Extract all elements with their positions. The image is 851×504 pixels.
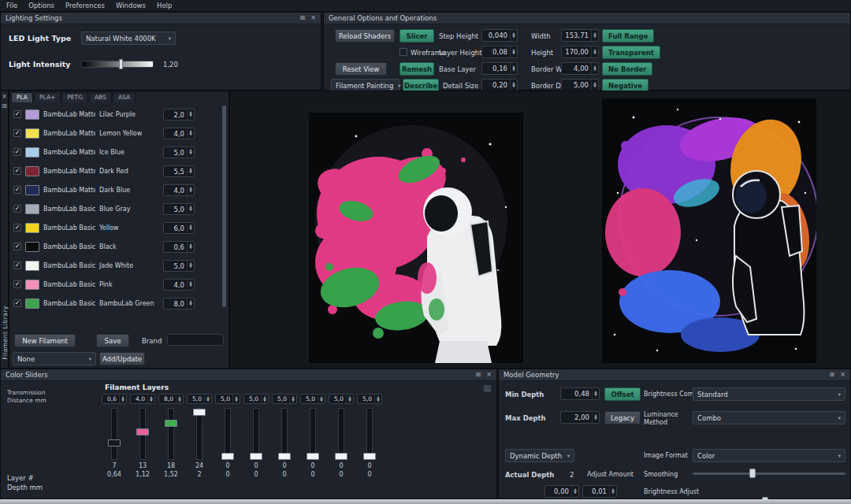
layer-td-input[interactable]: 5,0 ▲▼ [243,394,269,404]
spin-down-icon[interactable]: ▼ [235,399,237,402]
spinner-arrows[interactable]: ▲▼ [591,80,598,91]
menu-item[interactable]: Options [28,2,54,9]
filament-checkbox[interactable]: ✓ [13,110,21,118]
spin-down-icon[interactable]: ▼ [189,228,191,231]
spin-down-icon[interactable]: ▼ [206,399,209,402]
add-update-button[interactable]: Add/Update [99,352,145,365]
spin-down-icon[interactable]: ▼ [512,69,515,72]
filament-checkbox[interactable]: ✓ [13,280,21,288]
menu-item[interactable]: Preferences [65,2,105,9]
layer-slider-track[interactable] [139,408,146,460]
spinner-arrows[interactable]: ▲▼ [609,486,616,497]
undock-icon[interactable]: ⊞ [476,372,481,378]
menu-item[interactable]: Windows [116,2,146,9]
layer-slider-handle[interactable] [250,453,262,460]
filament-library-vertical-title[interactable]: Filament Library [2,306,9,360]
filament-select[interactable]: None ▾ [13,352,96,365]
new-filament-button[interactable]: New Filament [14,334,76,347]
filament-row[interactable]: ✓ BambuLab Basic Pink 4,0 ▲▼ [11,275,220,294]
border-width-input[interactable]: 4,00 ▲▼ [561,62,599,75]
filament-row[interactable]: ✓ BambuLab Basic Jade White 5,0 ▲▼ [11,256,220,275]
spin-down-icon[interactable]: ▼ [189,114,191,117]
spin-down-icon[interactable]: ▼ [189,284,191,287]
spin-down-icon[interactable]: ▼ [320,399,322,402]
adjust-amount-input-2[interactable]: 0,01 ▲▼ [582,485,617,498]
spinner-arrows[interactable]: ▲▼ [187,166,194,176]
spin-down-icon[interactable]: ▼ [593,52,596,55]
filament-row[interactable]: ✓ BambuLab Matte Lemon Yellow 4,0 ▲▼ [11,124,220,143]
spin-down-icon[interactable]: ▼ [121,399,124,402]
width-input[interactable]: 153,71 ▲▼ [561,29,599,42]
filament-row[interactable]: ✓ BambuLab Basic BambuLab Green 8,0 ▲▼ [11,294,220,313]
height-input[interactable]: 170,00 ▲▼ [561,46,599,58]
filament-checkbox[interactable]: ✓ [13,243,21,250]
min-depth-input[interactable]: 0,48 ▲▼ [560,387,600,400]
undock-icon[interactable]: ⊞ [830,372,835,378]
spinner-arrows[interactable]: ▲▼ [176,395,183,403]
close-icon[interactable]: × [486,372,492,378]
filament-td-input[interactable]: 5,0 ▲▼ [163,260,195,272]
spin-down-icon[interactable]: ▼ [512,52,515,55]
full-range-button[interactable]: Full Range [602,29,654,43]
filament-checkbox[interactable]: ✓ [13,205,21,213]
filament-td-input[interactable]: 5,0 ▲▼ [163,146,195,158]
layer-slider-handle[interactable] [108,439,121,447]
spin-down-icon[interactable]: ▼ [593,35,596,39]
spin-down-icon[interactable]: ▼ [189,265,191,269]
offset-button[interactable]: Offset [604,387,641,401]
spin-down-icon[interactable]: ▼ [594,417,596,421]
legacy-button[interactable]: Legacy [604,411,641,424]
spin-down-icon[interactable]: ▼ [574,491,576,495]
spinner-arrows[interactable]: ▲▼ [318,395,325,403]
filament-td-input[interactable]: 2,0 ▲▼ [163,109,195,120]
spin-down-icon[interactable]: ▼ [189,190,191,193]
spin-down-icon[interactable]: ▼ [189,171,191,174]
filament-checkbox[interactable]: ✓ [13,261,21,269]
filament-td-input[interactable]: 5,0 ▲▼ [163,203,195,215]
step-height-input[interactable]: 0,040 ▲▼ [481,29,518,42]
filament-checkbox[interactable]: ✓ [13,224,21,232]
border-depth-input[interactable]: 5,00 ▲▼ [561,79,599,91]
spin-down-icon[interactable]: ▼ [593,69,596,72]
spinner-arrows[interactable]: ▲▼ [510,46,517,57]
spinner-arrows[interactable]: ▲▼ [187,242,194,252]
spin-down-icon[interactable]: ▼ [189,209,191,212]
spin-down-icon[interactable]: ▼ [263,399,266,402]
spin-down-icon[interactable]: ▼ [189,152,191,155]
layer-slider-handle[interactable] [278,453,291,460]
layer-td-input[interactable]: 5,0 ▲▼ [272,394,297,404]
bottom-scrollbar[interactable] [0,499,851,504]
filament-td-input[interactable]: 5,5 ▲▼ [163,165,195,177]
layer-slider-track[interactable] [168,408,174,460]
spinner-arrows[interactable]: ▲▼ [187,298,194,309]
filament-td-input[interactable]: 4,0 ▲▼ [163,279,195,291]
filament-row[interactable]: ✓ BambuLab Matte Dark Red 5,5 ▲▼ [11,161,220,180]
spinner-arrows[interactable]: ▲▼ [187,261,194,271]
spinner-arrows[interactable]: ▲▼ [187,109,194,120]
layer-slider-track[interactable] [196,408,203,460]
layer-td-input[interactable]: 5,0 ▲▼ [215,394,240,404]
filament-tab[interactable]: PLA+ [34,92,61,102]
panel-collapse-button[interactable] [483,384,492,393]
spinner-arrows[interactable]: ▲▼ [187,185,194,195]
spin-down-icon[interactable]: ▼ [189,303,191,306]
luminance-method-select[interactable]: Combo ▾ [693,411,845,424]
menu-item[interactable]: File [6,2,17,9]
base-layer-input[interactable]: 0,16 ▲▼ [481,62,518,75]
layer-slider-handle[interactable] [221,453,234,460]
image-format-select[interactable]: Color ▾ [693,449,845,462]
close-icon[interactable]: × [310,15,316,21]
spinner-arrows[interactable]: ▲▼ [510,80,517,91]
undock-icon[interactable]: ⊞ [2,103,7,109]
layer-slider-track[interactable] [253,408,259,460]
led-light-type-select[interactable]: Natural White 4000K ▾ [81,32,176,45]
filament-checkbox[interactable]: ✓ [13,186,21,194]
spinner-arrows[interactable]: ▲▼ [591,46,598,57]
filament-tab[interactable]: ABS [89,92,112,102]
undock-icon[interactable]: ⊞ [300,15,306,21]
spinner-arrows[interactable]: ▲▼ [187,280,194,290]
layer-slider-track[interactable] [310,408,316,460]
filament-list-scrollbar[interactable] [222,106,226,307]
spinner-arrows[interactable]: ▲▼ [147,395,154,403]
layer-slider-handle[interactable] [307,453,319,460]
